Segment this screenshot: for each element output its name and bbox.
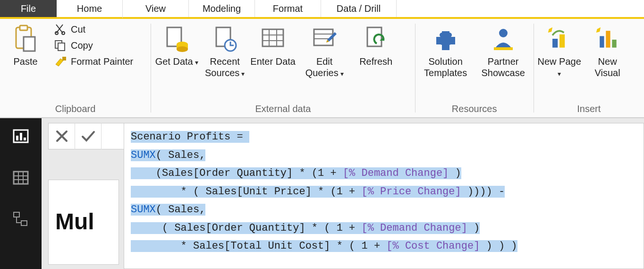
paste-label: Paste	[13, 56, 37, 67]
tab-view[interactable]: View	[123, 0, 189, 17]
svg-rect-7	[62, 57, 66, 61]
group-external-label: External data	[154, 101, 412, 114]
edit-queries-icon	[311, 26, 338, 52]
svg-rect-33	[612, 40, 616, 48]
solution-templates-icon	[432, 26, 459, 52]
solution-templates-label: Solution Templates	[418, 56, 473, 78]
new-visual-label: New Visual	[585, 56, 630, 78]
formula-editor[interactable]: Scenario Profits = SUMX( Sales, (Sales[O…	[124, 123, 644, 269]
svg-rect-35	[16, 136, 18, 140]
svg-rect-29	[552, 39, 558, 48]
refresh-icon	[363, 26, 389, 52]
group-insert-label: Insert	[537, 101, 641, 114]
refresh-label: Refresh	[359, 56, 392, 67]
format-painter-label: Format Painter	[71, 56, 133, 67]
recent-sources-icon	[212, 26, 238, 52]
nav-model-view[interactable]	[11, 210, 30, 229]
tab-data-drill[interactable]: Data / Drill	[321, 0, 397, 17]
enter-data-icon	[260, 26, 286, 52]
cut-label: Cut	[71, 24, 85, 35]
copy-label: Copy	[71, 40, 93, 51]
tab-modeling[interactable]: Modeling	[189, 0, 255, 17]
refresh-button[interactable]: Refresh	[353, 23, 398, 67]
enter-data-button[interactable]: Enter Data	[250, 23, 296, 67]
nav-report-view[interactable]	[11, 127, 30, 146]
partner-showcase-label: Partner Showcase	[476, 56, 531, 78]
formula-cancel-button[interactable]	[49, 123, 75, 149]
partner-showcase-icon	[490, 26, 517, 52]
recent-sources-button[interactable]: Recent Sources	[202, 23, 247, 78]
group-insert: New Page New Visual Insert	[534, 19, 644, 117]
svg-rect-43	[14, 212, 19, 217]
group-resources-label: Resources	[418, 101, 531, 114]
svg-rect-38	[14, 172, 28, 184]
solution-templates-button[interactable]: Solution Templates	[418, 23, 473, 78]
group-external-data: Get Data Recent Sources Enter Data Edit …	[151, 19, 415, 117]
svg-rect-28	[494, 47, 513, 50]
group-resources: Solution Templates Partner Showcase Reso…	[415, 19, 534, 117]
edit-queries-label: Edit Queries	[298, 56, 350, 78]
ribbon: Paste Cut Copy	[0, 19, 644, 118]
left-nav	[0, 118, 42, 269]
svg-point-25	[440, 40, 444, 45]
report-title-peek: Mul	[48, 180, 119, 265]
copy-button[interactable]: Copy	[51, 40, 136, 51]
svg-rect-6	[58, 43, 65, 51]
svg-rect-31	[600, 36, 604, 47]
group-clipboard-label: Clipboard	[3, 101, 148, 114]
formula-commit-button[interactable]	[75, 123, 102, 149]
svg-rect-30	[559, 35, 565, 48]
nav-data-view[interactable]	[11, 168, 30, 187]
svg-rect-14	[263, 29, 283, 46]
svg-rect-37	[24, 138, 26, 140]
workspace: Mul Scenario Profits = SUMX( Sales, (Sal…	[0, 118, 644, 269]
svg-rect-36	[20, 133, 22, 140]
format-painter-button[interactable]: Format Painter	[51, 56, 136, 67]
svg-rect-1	[20, 26, 27, 30]
svg-point-11	[177, 46, 188, 52]
get-data-label: Get Data	[155, 56, 198, 67]
new-visual-button[interactable]: New Visual	[585, 23, 630, 78]
svg-point-23	[440, 33, 444, 37]
cut-button[interactable]: Cut	[51, 24, 136, 35]
tab-file[interactable]: File	[0, 0, 57, 17]
new-page-icon	[546, 26, 573, 52]
get-data-icon	[163, 26, 190, 52]
canvas-area: Mul Scenario Profits = SUMX( Sales, (Sal…	[42, 118, 644, 269]
edit-queries-button[interactable]: Edit Queries	[298, 23, 350, 78]
new-page-label: New Page	[537, 56, 582, 78]
svg-rect-32	[606, 31, 610, 47]
new-page-button[interactable]: New Page	[537, 23, 582, 78]
group-clipboard: Paste Cut Copy	[0, 19, 151, 117]
svg-rect-44	[21, 221, 27, 226]
tab-home[interactable]: Home	[57, 0, 123, 19]
svg-point-24	[447, 33, 452, 37]
cut-icon	[54, 24, 67, 35]
paste-button[interactable]: Paste	[3, 23, 48, 67]
paste-icon	[12, 26, 39, 52]
new-visual-icon	[594, 26, 621, 52]
get-data-button[interactable]: Get Data	[154, 23, 199, 67]
partner-showcase-button[interactable]: Partner Showcase	[476, 23, 531, 78]
tab-format[interactable]: Format	[255, 0, 321, 17]
copy-icon	[54, 40, 67, 51]
svg-point-27	[499, 29, 508, 37]
format-painter-icon	[54, 56, 67, 67]
tabs-bar: File Home View Modeling Format Data / Dr…	[0, 0, 644, 19]
svg-rect-2	[24, 37, 35, 51]
svg-point-26	[447, 40, 452, 45]
svg-point-4	[62, 32, 65, 35]
recent-sources-label: Recent Sources	[202, 56, 247, 78]
enter-data-label: Enter Data	[250, 56, 296, 67]
